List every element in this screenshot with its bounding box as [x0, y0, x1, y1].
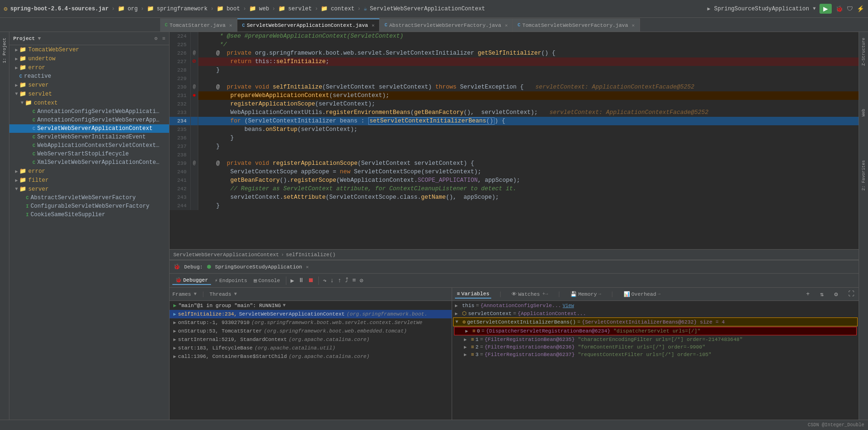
- sort-vars-button[interactable]: ⇅: [819, 290, 825, 299]
- sidebar-item-xmlservletwebserverapplicationcontext[interactable]: ▶ C XmlServletWebServerApplicationContex…: [9, 158, 169, 167]
- tab-variables[interactable]: ≡ Variables: [455, 290, 491, 299]
- frames-list[interactable]: ▶ selfInitialize:234, ServletWebServerAp…: [170, 310, 452, 420]
- var-item-3[interactable]: ▶ ≡ 3 = {FilterRegistrationBean@6237} "r…: [453, 351, 858, 358]
- tab-debugger[interactable]: 🐞 Debugger: [172, 276, 211, 285]
- frame-item-3[interactable]: ▶ startInternal:5219, StandardContext (o…: [170, 335, 452, 344]
- sidebar-settings-icon[interactable]: ⚙: [154, 35, 158, 41]
- expand-0-icon[interactable]: ▶: [465, 328, 471, 334]
- tab-abstractservletwebserverfactory[interactable]: C AbstractServletWebServerFactory.java ✕: [380, 18, 513, 32]
- tab-tomcatstarter[interactable]: C TomcatStarter.java ✕: [160, 18, 237, 32]
- sidebar-dropdown-icon[interactable]: ▼: [38, 36, 41, 41]
- sidebar-item-error[interactable]: ▶ 📁 error: [9, 63, 169, 72]
- sidebar-collapse-icon[interactable]: ≡: [162, 36, 165, 41]
- evaluate-button[interactable]: ≡: [351, 276, 357, 285]
- expand-3-icon[interactable]: ▶: [464, 352, 470, 357]
- code-scroll-area[interactable]: 224 * @see #prepareWebApplicationContext…: [170, 32, 859, 249]
- dropdown-arrow-icon[interactable]: ▼: [813, 6, 816, 11]
- expand-2-icon[interactable]: ▶: [464, 344, 470, 350]
- stop-button[interactable]: ⏹: [307, 276, 316, 285]
- path-context[interactable]: context: [331, 6, 354, 12]
- path-springframework[interactable]: springframework: [157, 6, 208, 12]
- debug-session-name[interactable]: SpringSourceStudyApplication: [215, 264, 302, 270]
- sidebar-item-server-1[interactable]: ▶ 📁 server: [9, 81, 169, 89]
- run-config-name[interactable]: SpringSourceStudyApplication: [714, 6, 809, 12]
- sidebar-item-webserverstartstoplifecycle[interactable]: ▶ C WebServerStartStopLifecycle: [9, 150, 169, 158]
- sidebar-item-context[interactable]: ▼ 📁 context: [9, 98, 169, 107]
- var-item-getscib[interactable]: ▼ ⚙ getServletContextInitializerBeans() …: [453, 317, 858, 326]
- sidebar-item-servletwebserverinitializedevent[interactable]: ▶ C ServletWebServerInitializedEvent: [9, 133, 169, 141]
- profile-button[interactable]: ⚡: [857, 5, 864, 12]
- add-watch-icon[interactable]: +→: [542, 292, 548, 297]
- frame-item-5[interactable]: ▶ call:1396, ContainerBase$StartChild (o…: [170, 352, 452, 361]
- path-org[interactable]: org: [128, 6, 138, 12]
- sidebar-item-webappcontextservletcontextaware[interactable]: ▶ C WebApplicationContextServletContextA…: [9, 141, 169, 150]
- frame-item-2[interactable]: ▶ onStartup:53, TomcatStarter (org.sprin…: [170, 327, 452, 335]
- sidebar-item-servletwebserverapplicationcontext[interactable]: ▶ C ServletWebServerApplicationContext: [9, 124, 169, 133]
- right-tab-favorites[interactable]: 2: Favorites: [860, 158, 867, 193]
- expand-this-icon[interactable]: ▶: [455, 303, 461, 308]
- threads-arrow[interactable]: ▼: [234, 292, 237, 297]
- close-tswsf[interactable]: ✕: [632, 23, 635, 28]
- sidebar-item-reactive[interactable]: ▶ C reactive: [9, 72, 169, 81]
- var-item-this[interactable]: ▶ this = {AnnotationConfigServle... View: [453, 302, 858, 309]
- path-web[interactable]: web: [259, 6, 269, 12]
- sidebar-item-filter[interactable]: ▶ 📁 filter: [9, 176, 169, 185]
- left-tab-project[interactable]: 1: Project: [1, 36, 8, 65]
- sidebar-item-error-2[interactable]: ▶ 📁 error: [9, 167, 169, 176]
- overhead-arrow[interactable]: →: [657, 292, 660, 297]
- sidebar-item-cookiesamesitesupplier[interactable]: ▶ I CookieSameSiteSupplier: [9, 211, 169, 219]
- sidebar-item-configurableservletwebserverfactory[interactable]: ▶ I ConfigurableServletWebServerFactory: [9, 202, 169, 211]
- sidebar-item-annotationconfigservletwebapp[interactable]: ▶ C AnnotationConfigServletWebApplicatio…: [9, 107, 169, 116]
- step-out-button[interactable]: ↑: [336, 276, 343, 285]
- tab-servletwebserverapplicationcontext[interactable]: C ServletWebServerApplicationContext.jav…: [237, 18, 380, 32]
- tab-watches[interactable]: 👁 Watches +→: [510, 290, 550, 298]
- frame-item-0[interactable]: ▶ selfInitialize:234, ServletWebServerAp…: [170, 310, 452, 318]
- tab-tomcatservletwebserverfactory[interactable]: C TomcatServletWebServerFactory.java ✕: [513, 18, 640, 32]
- var-item-1[interactable]: ▶ ≡ 1 = {FilterRegistrationBean@6235} "c…: [453, 336, 858, 343]
- step-over-button[interactable]: ↷: [322, 276, 328, 285]
- step-into-button[interactable]: ↓: [329, 276, 335, 285]
- mute-breakpoints-button[interactable]: ⊘: [358, 276, 365, 285]
- sidebar-item-server-2[interactable]: ▼ 📁 server: [9, 185, 169, 194]
- path-boot[interactable]: boot: [227, 6, 240, 12]
- path-servlet[interactable]: servlet: [288, 6, 312, 12]
- tab-endpoints[interactable]: ⚡ Endpoints: [212, 276, 250, 284]
- sidebar-item-annotationconfigservletwebserver[interactable]: ▶ C AnnotationConfigServletWebServerAppl…: [9, 116, 169, 124]
- run-button[interactable]: ▶: [819, 4, 832, 14]
- resume-button[interactable]: ▶: [289, 276, 296, 285]
- breadcrumb-class[interactable]: ServletWebServerApplicationContext: [173, 252, 279, 258]
- coverage-button[interactable]: 🛡: [847, 5, 853, 12]
- var-item-servletcontext[interactable]: ▶ ⬡ servletContext = {ApplicationContext…: [453, 309, 858, 317]
- frame-item-1[interactable]: ▶ onStartup:-1, 933027910 (org.springfra…: [170, 318, 452, 327]
- add-watch-button[interactable]: +: [805, 290, 811, 299]
- close-swsac[interactable]: ✕: [372, 23, 374, 28]
- debug-button[interactable]: 🐞: [836, 5, 843, 12]
- memory-arrow[interactable]: →: [598, 292, 601, 297]
- settings-vars-button[interactable]: ⚙: [833, 290, 839, 299]
- right-tab-structure[interactable]: Z-Structure: [860, 36, 867, 67]
- sidebar-item-abstractservletwebserverfactory[interactable]: ▶ C AbstractServletWebServerFactory: [9, 194, 169, 202]
- expand-getscib-icon[interactable]: ▼: [455, 319, 461, 325]
- thread-dropdown-icon[interactable]: ▼: [283, 303, 285, 308]
- sidebar-item-servlet[interactable]: ▼ 📁 servlet: [9, 89, 169, 98]
- expand-vars-button[interactable]: ⛶: [847, 290, 856, 299]
- sidebar-item-undertow[interactable]: ▶ 📁 undertow: [9, 54, 169, 63]
- var-item-0[interactable]: ▶ ≡ 0 = {DispatcherServletRegistrationBe…: [454, 327, 857, 335]
- tab-overhead[interactable]: 📊 Overhead →: [622, 290, 663, 298]
- var-item-2[interactable]: ▶ ≡ 2 = {FilterRegistrationBean@6236} "f…: [453, 343, 858, 351]
- tab-memory[interactable]: 💾 Memory →: [568, 290, 603, 298]
- run-to-cursor-button[interactable]: ⤴: [344, 276, 350, 285]
- view-link[interactable]: View: [563, 303, 574, 308]
- pause-button[interactable]: ⏸: [297, 276, 306, 285]
- sidebar-item-tomcatwebserver[interactable]: ▶ 📁 TomcatWebServer: [9, 45, 169, 54]
- frame-item-4[interactable]: ▶ start:183, LifecycleBase (org.apache.c…: [170, 344, 452, 352]
- path-classname[interactable]: ServletWebServerApplicationContext: [370, 6, 485, 12]
- expand-servletcontext-icon[interactable]: ▶: [455, 311, 461, 316]
- close-debug-session-icon[interactable]: ✕: [306, 264, 308, 270]
- breadcrumb-method[interactable]: selfInitialize(): [286, 252, 336, 258]
- frames-arrow[interactable]: ▼: [194, 292, 197, 297]
- tab-console[interactable]: ▤ Console: [251, 276, 283, 284]
- close-tomcatstarter[interactable]: ✕: [229, 23, 232, 28]
- expand-1-icon[interactable]: ▶: [464, 337, 470, 342]
- right-tab-web[interactable]: Web: [860, 107, 867, 118]
